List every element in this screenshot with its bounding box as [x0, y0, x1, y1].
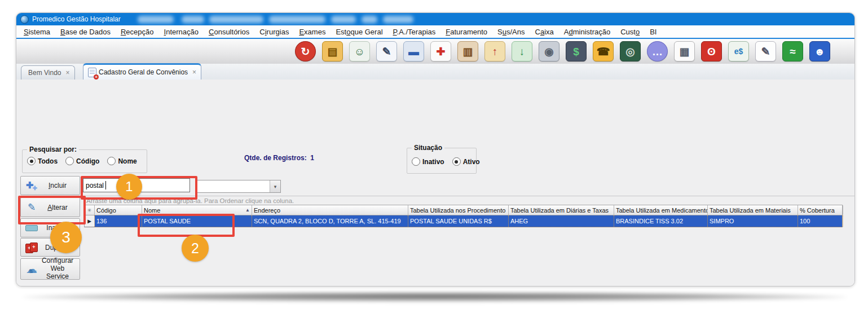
- button-label: Incluir: [39, 182, 76, 189]
- doctor-icon[interactable]: ☺: [349, 41, 370, 61]
- cloud-sync-icon: ☁⇅: [24, 263, 39, 275]
- column-header-cobertura[interactable]: % Cobertura: [798, 205, 843, 215]
- cash-register-icon[interactable]: $: [566, 41, 587, 61]
- contract-icon[interactable]: ✎: [376, 41, 397, 61]
- radio-label: Inativo: [422, 158, 444, 166]
- column-header-tabela-utilizada-nos-procedimento[interactable]: Tabela Utilizada nos Procedimento: [408, 205, 509, 215]
- manual-book-icon[interactable]: ◎: [620, 41, 641, 61]
- column-header-endere-o[interactable]: Endereço: [252, 205, 408, 215]
- radio-inativo[interactable]: Inativo: [412, 157, 444, 166]
- sort-asc-icon: ▲: [245, 208, 250, 213]
- patients-folder-icon[interactable]: ▤: [322, 41, 343, 61]
- column-header-c-digo[interactable]: Código: [95, 205, 142, 215]
- menu-item-estoque-geral[interactable]: Estoque Geral: [331, 28, 387, 36]
- radio-nome[interactable]: Nome: [107, 157, 136, 165]
- menu-item-faturamento[interactable]: Faturamento: [440, 28, 492, 36]
- redacted-title-info: [383, 16, 413, 23]
- tab-strip: Bem Vindo × + Cadastro Geral de Convênio…: [16, 64, 854, 80]
- records-count: Qtde. de Registros: 1: [244, 154, 314, 162]
- close-icon[interactable]: ×: [65, 69, 69, 77]
- menu-item-custo[interactable]: Custo: [615, 28, 645, 36]
- invoice-icon[interactable]: ▦: [674, 41, 695, 61]
- chat-icon[interactable]: …: [647, 41, 668, 61]
- money-in-icon[interactable]: ↑: [484, 41, 505, 61]
- chevron-down-icon[interactable]: ▾: [270, 180, 280, 192]
- document-plus-icon: +: [88, 68, 96, 77]
- page: { "window": { "title": "Promedico Gestão…: [0, 0, 868, 313]
- radio-dot-icon: [412, 157, 420, 166]
- menu-item-base-de-dados[interactable]: Base de Dados: [55, 28, 116, 36]
- cell-endere-o[interactable]: SCN, QUADRA 2, BLOCO D, TORRE A, SL. 415…: [252, 215, 408, 227]
- search-column-combobox[interactable]: ▾: [196, 180, 281, 193]
- menu-item-caixa[interactable]: Caixa: [530, 28, 559, 36]
- tab-label: Cadastro Geral de Convênios: [99, 68, 188, 76]
- radio-dot-icon: [107, 157, 116, 165]
- ambulance-icon[interactable]: ✚: [430, 41, 451, 61]
- menu-item-p-a-terapias[interactable]: P.A./Terapias: [388, 28, 441, 36]
- step-badge-1: 1: [116, 174, 142, 200]
- cell-c-digo[interactable]: 136: [95, 215, 142, 227]
- radio-label: Nome: [118, 157, 136, 165]
- radio-ativo[interactable]: Ativo: [452, 157, 480, 166]
- phone-book-icon[interactable]: ☎: [593, 41, 614, 61]
- vitals-book-icon[interactable]: ≈: [782, 41, 803, 61]
- inactivate-icon: [24, 225, 39, 231]
- badge-number: 2: [191, 240, 199, 257]
- sync-clients-icon[interactable]: ↻: [295, 41, 316, 61]
- hospital-bed-icon[interactable]: ▬: [403, 41, 424, 61]
- contacts-book-icon[interactable]: ☻: [809, 41, 830, 61]
- redacted-title-info: [331, 16, 356, 23]
- records-label: Qtde. de Registros:: [244, 154, 307, 162]
- menu-item-bi[interactable]: BI: [645, 28, 662, 36]
- badge-number: 3: [61, 228, 71, 246]
- step-badge-3: 3: [50, 222, 82, 253]
- situacao-radio-group: InativoAtivo: [412, 157, 474, 166]
- menu-item-consult-rios[interactable]: Consultórios: [204, 28, 254, 36]
- radio-todos[interactable]: Todos: [27, 157, 58, 165]
- close-icon[interactable]: ×: [192, 68, 196, 76]
- column-header-tabela-utilizada-em-di-rias-e-taxas[interactable]: Tabela Utilizada em Diárias e Taxas: [509, 205, 614, 215]
- toolbar: ↻▤☺✎▬✚▥↑↓◉$☎◎…▦ʘe$✎≈☻: [16, 39, 854, 64]
- situacao-group: Situação InativoAtivo: [407, 148, 477, 174]
- menu-item-exames[interactable]: Exames: [294, 28, 331, 36]
- menu-item-recep-o[interactable]: Recepção: [116, 28, 159, 36]
- app-logo-icon: [20, 15, 29, 24]
- menu-item-cirurgias[interactable]: Cirurgias: [254, 28, 294, 36]
- stock-box-icon[interactable]: ▥: [457, 41, 478, 61]
- menu-item-interna-o[interactable]: Internação: [159, 28, 204, 36]
- column-header-selector[interactable]: ✳: [85, 205, 95, 215]
- tab-bem-vindo[interactable]: Bem Vindo ×: [21, 65, 75, 80]
- tab-cadastro-geral-de-convenios[interactable]: + Cadastro Geral de Convênios ×: [83, 63, 201, 80]
- radio-dot-icon: [452, 157, 461, 166]
- menu-bar: SistemaBase de DadosRecepçãoInternaçãoCo…: [16, 25, 854, 39]
- duplicate-icon: ++: [24, 243, 39, 253]
- row-selector-cell[interactable]: ▸: [85, 215, 95, 227]
- button-label: Configurar Web Service: [39, 257, 76, 280]
- column-header-tabela-utilizada-em-materiais[interactable]: Tabela Utilizada em Materiais: [708, 205, 798, 215]
- cell-tabela-utilizada-em-medicamentos[interactable]: BRASINDICE TISS 3.02: [614, 215, 708, 227]
- group-label: Pesquisar por:: [27, 146, 79, 153]
- highlight-nome-cell: [138, 214, 235, 237]
- money-out-icon[interactable]: ↓: [512, 41, 532, 61]
- cell-tabela-utilizada-em-materiais[interactable]: SIMPRO: [708, 215, 798, 227]
- menu-item-administra-o[interactable]: Administração: [559, 28, 615, 36]
- cell-cobertura[interactable]: 100: [798, 215, 843, 227]
- page-shadow: [23, 293, 847, 302]
- power-icon[interactable]: ʘ: [701, 41, 722, 61]
- cell-tabela-utilizada-em-di-rias-e-taxas[interactable]: AHEG: [509, 215, 614, 227]
- safe-icon[interactable]: ◉: [539, 41, 559, 61]
- incluir-button[interactable]: ✚✚ Incluir: [20, 176, 80, 195]
- column-header-tabela-utilizada-em-medicamentos[interactable]: Tabela Utilizada em Medicamentos: [614, 205, 708, 215]
- redacted-title-info: [138, 16, 174, 23]
- menu-item-sus-ans[interactable]: Sus/Ans: [492, 28, 530, 36]
- configurar-web-service-button[interactable]: ☁⇅ Configurar Web Service: [20, 258, 80, 280]
- title-bar: Promedico Gestão Hospitalar: [16, 13, 854, 25]
- cell-tabela-utilizada-nos-procedimento[interactable]: POSTAL SAUDE UNIDAS R$: [408, 215, 509, 227]
- tab-label: Bem Vindo: [28, 69, 61, 77]
- e-billing-icon[interactable]: e$: [728, 41, 749, 61]
- menu-item-sistema[interactable]: Sistema: [19, 28, 55, 36]
- signed-document-icon[interactable]: ✎: [755, 41, 776, 61]
- group-label: Situação: [412, 144, 444, 152]
- radio-c-digo[interactable]: Código: [65, 157, 99, 165]
- radio-label: Ativo: [463, 158, 480, 166]
